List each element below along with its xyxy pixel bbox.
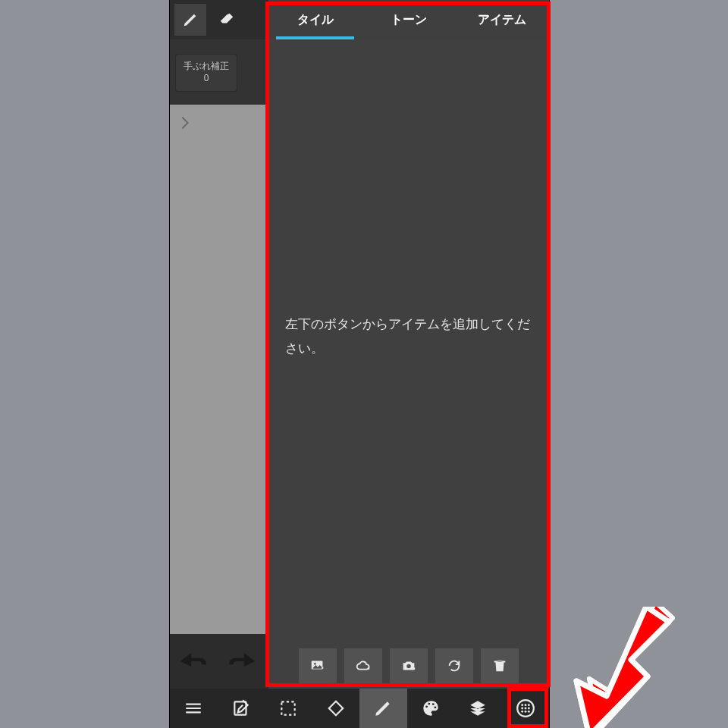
svg-point-17 (521, 711, 523, 713)
svg-point-13 (528, 704, 530, 706)
svg-point-16 (528, 708, 530, 710)
tab-tile[interactable]: タイル (268, 0, 362, 39)
layers-button[interactable] (454, 689, 502, 728)
selection-button[interactable] (265, 689, 312, 728)
redo-icon[interactable] (229, 651, 255, 672)
svg-point-11 (521, 704, 523, 706)
tab-item[interactable]: アイテム (456, 0, 549, 39)
svg-point-8 (432, 703, 435, 705)
stabilization-value: 0 (204, 73, 209, 85)
add-cloud-button[interactable] (344, 648, 382, 683)
menu-button[interactable] (170, 689, 218, 728)
camera-add-icon (400, 657, 417, 674)
edit-note-icon (231, 698, 251, 718)
panel-tab-strip: タイル トーン アイテム (268, 0, 549, 39)
eraser-icon (218, 11, 235, 28)
svg-point-15 (524, 708, 526, 710)
svg-point-14 (521, 708, 523, 710)
cloud-add-icon (355, 657, 372, 674)
canvas-sidebar (170, 105, 268, 634)
svg-point-18 (524, 711, 526, 713)
empty-state-text: 左下のボタンからアイテムを追加してください。 (285, 312, 532, 362)
reload-button[interactable] (435, 648, 473, 683)
top-tool-strip (170, 0, 268, 39)
edit-button[interactable] (218, 689, 265, 728)
expand-sidebar-button[interactable] (174, 112, 196, 133)
trash-icon (491, 657, 508, 674)
app-window: タイル トーン アイテム 手ぶれ補正 0 左下のボタンからアイテムを追加してくだ… (170, 0, 549, 728)
svg-point-7 (428, 703, 430, 705)
image-add-icon (309, 657, 326, 674)
menu-icon (184, 698, 203, 718)
trash-button[interactable] (481, 648, 519, 683)
svg-rect-5 (329, 701, 343, 715)
diamond-rotate-icon (326, 698, 346, 718)
eraser-tool-button[interactable] (211, 4, 243, 36)
panel-toolbar (268, 643, 549, 689)
reload-icon (446, 657, 463, 674)
svg-point-2 (406, 664, 411, 669)
pencil-icon (182, 11, 199, 28)
materials-grid-icon (516, 698, 535, 718)
add-image-button[interactable] (299, 648, 337, 683)
annotation-arrow-overlay (555, 607, 676, 728)
brush-icon (373, 698, 393, 718)
stabilization-chip[interactable]: 手ぶれ補正 0 (176, 55, 237, 91)
undo-redo-strip (170, 634, 268, 689)
stabilization-label: 手ぶれ補正 (184, 61, 229, 73)
chevron-right-icon (177, 115, 193, 131)
annotation-arrow (555, 607, 676, 728)
svg-point-19 (528, 711, 530, 713)
add-camera-button[interactable] (390, 648, 428, 683)
materials-button[interactable] (502, 689, 550, 728)
pencil-tool-button[interactable] (174, 4, 206, 36)
layers-icon (468, 698, 488, 718)
svg-marker-20 (576, 607, 669, 728)
materials-panel: 左下のボタンからアイテムを追加してください。 (268, 39, 549, 689)
svg-point-6 (425, 705, 428, 708)
tab-tone[interactable]: トーン (362, 0, 455, 39)
palette-icon (421, 698, 441, 718)
svg-rect-4 (282, 701, 295, 714)
bottom-toolbar (170, 689, 549, 728)
selection-icon (278, 698, 298, 718)
svg-point-12 (524, 704, 526, 706)
brush-button[interactable] (359, 689, 407, 728)
undo-icon[interactable] (180, 651, 206, 672)
transform-button[interactable] (312, 689, 360, 728)
palette-button[interactable] (407, 689, 455, 728)
svg-point-9 (434, 707, 436, 709)
svg-point-1 (314, 663, 316, 665)
